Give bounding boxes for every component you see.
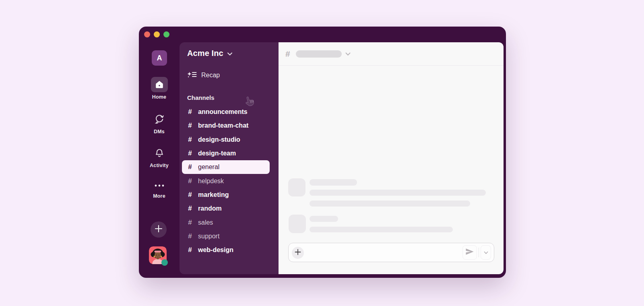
bell-icon xyxy=(154,148,165,158)
workspace-switcher[interactable]: Acme Inc xyxy=(187,49,233,58)
channel-item-design-studio[interactable]: #design-studio xyxy=(182,133,270,147)
sparkles-list-icon xyxy=(187,72,197,79)
close-window-button[interactable] xyxy=(144,31,150,37)
rail-item-more[interactable]: More xyxy=(139,180,180,199)
more-button[interactable] xyxy=(151,180,168,191)
hash-icon: # xyxy=(187,191,193,199)
paper-plane-icon xyxy=(465,248,474,257)
channel-name: web-design xyxy=(198,246,233,254)
channel-name: random xyxy=(198,205,222,212)
send-options-button[interactable] xyxy=(481,245,491,260)
sidebar-item-label: Recap xyxy=(201,72,220,79)
message-line-skeleton xyxy=(310,227,453,232)
channel-header[interactable]: # xyxy=(279,42,504,66)
send-button[interactable] xyxy=(462,245,477,260)
send-controls xyxy=(462,245,491,260)
channel-name: announcements xyxy=(198,108,248,116)
channel-sidebar: Acme Inc Recap Channels xyxy=(180,42,279,274)
channel-list: #announcements#brand-team-chat#design-st… xyxy=(182,105,270,257)
rail-item-dms[interactable]: DMs xyxy=(139,112,180,134)
speech-bubble-icon xyxy=(154,114,165,124)
workspace-name: Acme Inc xyxy=(187,49,223,58)
home-button[interactable] xyxy=(151,77,168,92)
message-pane: # xyxy=(279,42,504,274)
channel-item-random[interactable]: #random xyxy=(182,202,270,215)
add-workspace-button[interactable] xyxy=(151,221,167,238)
rail-item-label: More xyxy=(153,193,165,199)
channel-name: design-studio xyxy=(198,136,240,143)
channel-item-marketing[interactable]: #marketing xyxy=(182,188,270,202)
workspace-avatar[interactable]: A xyxy=(152,50,167,66)
home-icon xyxy=(155,80,164,89)
message-avatar-skeleton xyxy=(288,178,305,196)
activity-button[interactable] xyxy=(151,145,168,161)
channel-name: helpdesk xyxy=(198,178,224,185)
user-profile-button[interactable] xyxy=(149,246,167,264)
channel-item-web-design[interactable]: #web-design xyxy=(182,243,270,257)
channel-item-helpdesk[interactable]: #helpdesk xyxy=(182,174,270,188)
window-controls xyxy=(144,31,169,37)
hash-icon: # xyxy=(187,122,193,130)
message-author-skeleton xyxy=(310,179,357,186)
channel-name: sales xyxy=(198,219,213,226)
chevron-down-icon xyxy=(342,50,351,58)
zoom-window-button[interactable] xyxy=(163,31,169,37)
dms-button[interactable] xyxy=(151,112,168,127)
hash-icon: # xyxy=(187,108,193,116)
message-line-skeleton xyxy=(310,201,470,207)
chevron-down-icon xyxy=(484,249,488,256)
hash-icon: # xyxy=(187,205,193,213)
message-line-skeleton xyxy=(310,190,486,196)
message-avatar-skeleton xyxy=(289,215,306,233)
message-composer[interactable] xyxy=(288,243,494,262)
hash-icon: # xyxy=(187,149,193,157)
rail-item-label: Home xyxy=(152,94,167,100)
hash-icon: # xyxy=(187,232,193,240)
hash-icon: # xyxy=(285,49,290,59)
rail-item-activity[interactable]: Activity xyxy=(139,145,180,168)
plus-icon xyxy=(295,249,301,257)
channel-name: brand-team-chat xyxy=(198,122,248,129)
rail-item-label: Activity xyxy=(150,163,169,168)
channel-title-skeleton xyxy=(296,50,342,58)
rail-item-home[interactable]: Home xyxy=(139,77,180,100)
hash-icon: # xyxy=(187,136,193,144)
channel-item-sales[interactable]: #sales xyxy=(182,215,270,229)
hash-icon: # xyxy=(187,246,193,254)
chevron-down-icon xyxy=(227,49,233,58)
channel-item-design-team[interactable]: #design-team xyxy=(182,147,270,160)
workspace-panel: Acme Inc Recap Channels xyxy=(180,42,504,274)
channel-name: design-team xyxy=(198,150,236,157)
attach-button[interactable] xyxy=(292,247,304,259)
hash-icon: # xyxy=(187,219,193,227)
channels-section-heading[interactable]: Channels xyxy=(187,94,215,101)
message-author-skeleton xyxy=(310,216,338,222)
minimize-window-button[interactable] xyxy=(154,31,160,37)
rail-item-label: DMs xyxy=(154,129,165,134)
presence-indicator xyxy=(161,259,168,266)
divider xyxy=(479,248,479,257)
app-rail: A Home DMs xyxy=(139,42,180,278)
channel-item-announcements[interactable]: #announcements xyxy=(182,105,270,119)
sidebar-item-recap[interactable]: Recap xyxy=(184,68,274,83)
app-window: A Home DMs xyxy=(139,27,506,278)
channel-name: support xyxy=(198,233,219,240)
ellipsis-icon xyxy=(154,184,165,187)
channel-name: general xyxy=(198,163,219,171)
plus-icon xyxy=(154,224,163,235)
channel-item-general[interactable]: #general xyxy=(182,160,270,174)
hash-icon: # xyxy=(187,163,193,171)
channel-item-brand-team-chat[interactable]: #brand-team-chat xyxy=(182,119,270,132)
channel-name: marketing xyxy=(198,191,229,198)
hash-icon: # xyxy=(187,177,193,185)
channel-item-support[interactable]: #support xyxy=(182,229,270,243)
